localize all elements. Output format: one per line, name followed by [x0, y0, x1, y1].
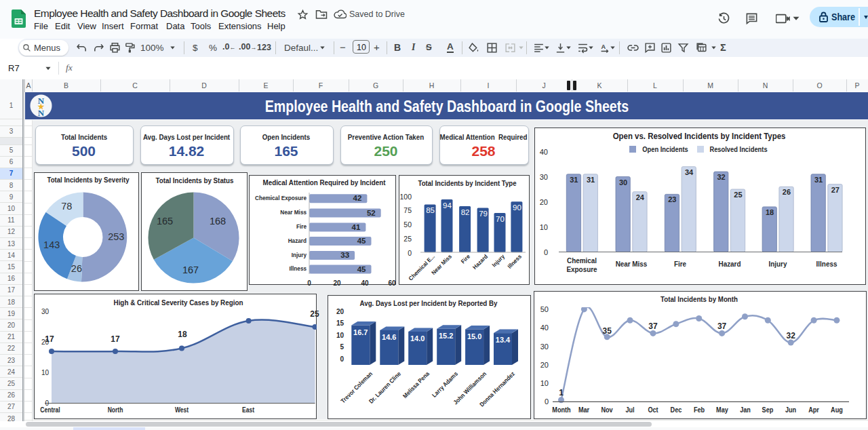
svg-text:N: N — [38, 108, 45, 118]
svg-text:A: A — [601, 43, 606, 50]
